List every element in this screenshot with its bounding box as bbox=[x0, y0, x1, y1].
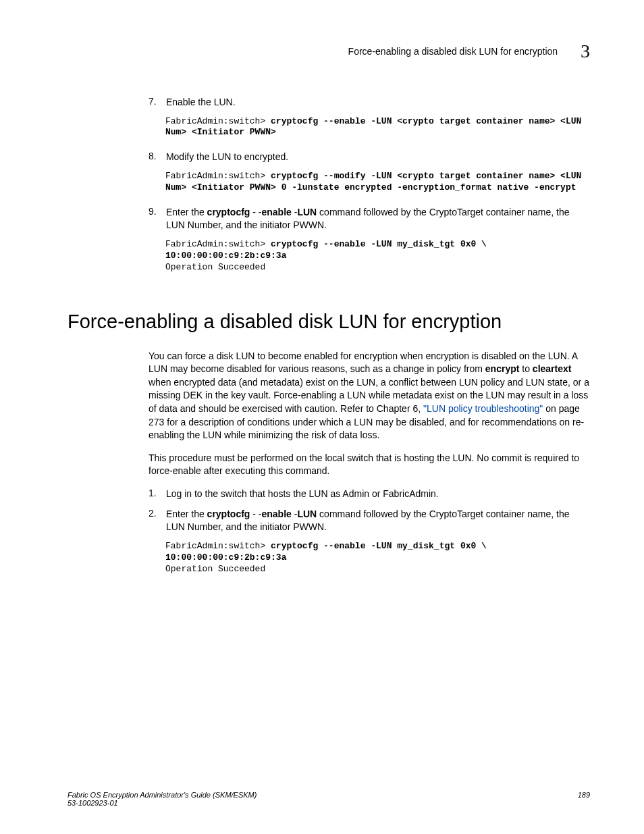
code-prompt: FabricAdmin:switch> bbox=[165, 541, 271, 551]
step-number: 7. bbox=[149, 96, 163, 107]
step-7: 7. Enable the LUN. bbox=[149, 96, 590, 109]
section-step-1: 1. Log in to the switch that hosts the L… bbox=[149, 488, 590, 501]
section-para-2: This procedure must be performed on the … bbox=[149, 452, 590, 478]
footer-doc-number: 53-1002923-01 bbox=[68, 799, 257, 807]
code-block-8: FabricAdmin:switch> cryptocfg --modify -… bbox=[165, 171, 590, 194]
step-8: 8. Modify the LUN to encrypted. bbox=[149, 151, 590, 164]
step-number: 9. bbox=[149, 206, 163, 217]
footer-guide-title: Fabric OS Encryption Administrator's Gui… bbox=[68, 791, 257, 799]
chapter-number: 3 bbox=[581, 41, 590, 62]
step-number: 2. bbox=[149, 508, 163, 519]
footer-left: Fabric OS Encryption Administrator's Gui… bbox=[68, 791, 257, 807]
header-title: Force-enabling a disabled disk LUN for e… bbox=[348, 46, 558, 57]
cross-reference-link[interactable]: "LUN policy troubleshooting" bbox=[423, 403, 543, 414]
step-text: Log in to the switch that hosts the LUN … bbox=[166, 488, 587, 501]
step-text: Modify the LUN to encrypted. bbox=[166, 151, 587, 164]
section-step-2: 2. Enter the cryptocfg - -enable -LUN co… bbox=[149, 508, 590, 534]
page-footer: Fabric OS Encryption Administrator's Gui… bbox=[68, 791, 590, 807]
step-number: 1. bbox=[149, 488, 163, 498]
code-block-7: FabricAdmin:switch> cryptocfg --enable -… bbox=[165, 116, 590, 139]
step-text: Enable the LUN. bbox=[166, 96, 587, 109]
section-heading: Force-enabling a disabled disk LUN for e… bbox=[68, 311, 590, 333]
code-result: Operation Succeeded bbox=[165, 564, 265, 574]
code-result: Operation Succeeded bbox=[165, 262, 265, 272]
step-number: 8. bbox=[149, 151, 163, 161]
code-prompt: FabricAdmin:switch> bbox=[165, 239, 271, 249]
code-prompt: FabricAdmin:switch> bbox=[165, 171, 271, 181]
code-prompt: FabricAdmin:switch> bbox=[165, 116, 271, 126]
step-9: 9. Enter the cryptocfg - -enable -LUN co… bbox=[149, 206, 590, 232]
code-block-9: FabricAdmin:switch> cryptocfg --enable -… bbox=[165, 239, 590, 273]
page-content: Force-enabling a disabled disk LUN for e… bbox=[0, 0, 644, 834]
section-para-1: You can force a disk LUN to become enabl… bbox=[149, 350, 590, 442]
page-header: Force-enabling a disabled disk LUN for e… bbox=[68, 41, 590, 62]
step-text: Enter the cryptocfg - -enable -LUN comma… bbox=[166, 206, 587, 232]
footer-page-number: 189 bbox=[578, 791, 590, 807]
step-text: Enter the cryptocfg - -enable -LUN comma… bbox=[166, 508, 587, 534]
code-block-section-2: FabricAdmin:switch> cryptocfg --enable -… bbox=[165, 541, 590, 575]
